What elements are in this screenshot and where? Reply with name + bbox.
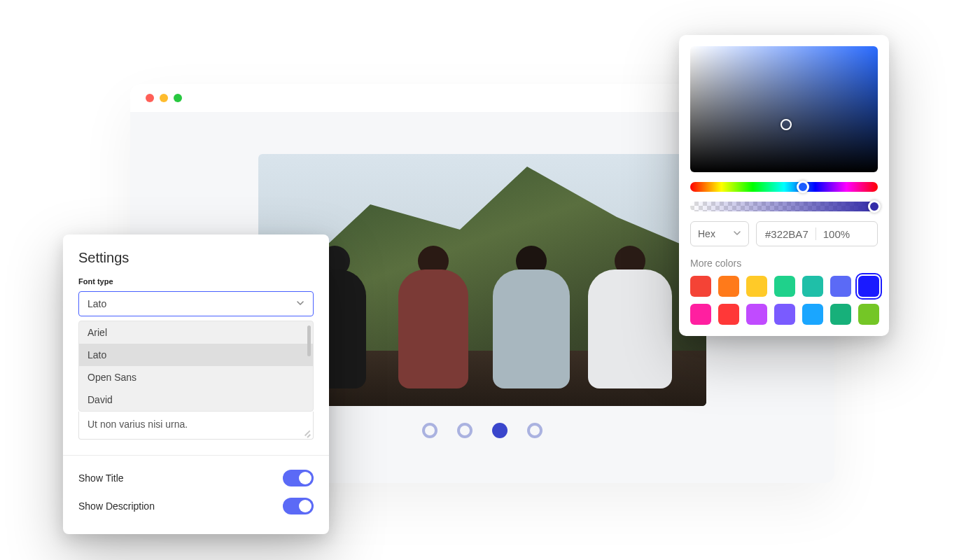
font-option-opensans[interactable]: Open Sans: [79, 366, 313, 388]
hue-slider-handle[interactable]: [797, 181, 809, 193]
more-colors-label: More colors: [690, 258, 878, 269]
carousel-dot-1[interactable]: [422, 423, 438, 438]
separator: [816, 227, 816, 240]
maximize-window-button[interactable]: [174, 94, 182, 102]
carousel-dot-4[interactable]: [527, 423, 542, 438]
color-swatch[interactable]: [718, 304, 739, 325]
font-type-dropdown: Ariel Lato Open Sans David: [78, 321, 314, 412]
swatch-grid: [690, 276, 878, 325]
resize-handle-icon[interactable]: [302, 428, 310, 436]
description-textarea[interactable]: Ut non varius nisi urna.: [78, 412, 314, 440]
color-swatch[interactable]: [830, 304, 851, 325]
alpha-slider-handle[interactable]: [868, 200, 881, 213]
color-swatch[interactable]: [746, 276, 767, 297]
color-swatch[interactable]: [858, 276, 879, 297]
carousel-dot-2[interactable]: [457, 423, 472, 438]
settings-title: Settings: [78, 250, 314, 266]
color-hex-input[interactable]: #322BA7 100%: [756, 221, 878, 246]
chevron-down-icon: [733, 228, 741, 239]
color-swatch[interactable]: [690, 304, 711, 325]
alpha-slider[interactable]: [690, 202, 878, 211]
show-title-label: Show Title: [78, 472, 124, 484]
color-swatch[interactable]: [830, 276, 851, 297]
person-silhouette: [489, 246, 573, 386]
color-sv-handle[interactable]: [780, 119, 792, 130]
color-format-value: Hex: [698, 228, 715, 239]
color-swatch[interactable]: [774, 304, 795, 325]
color-swatch[interactable]: [802, 276, 823, 297]
settings-panel: Settings Font type Lato Ariel Lato Open …: [63, 234, 329, 534]
carousel-dot-3[interactable]: [492, 423, 507, 438]
person-silhouette: [391, 246, 475, 386]
show-title-toggle[interactable]: [283, 470, 314, 486]
carousel-dots: [422, 423, 542, 438]
dropdown-scrollbar[interactable]: [307, 326, 311, 356]
font-type-value: Lato: [88, 298, 106, 309]
color-swatch[interactable]: [858, 304, 879, 325]
color-hex-value: #322BA7: [765, 228, 808, 240]
color-swatch[interactable]: [802, 304, 823, 325]
color-format-select[interactable]: Hex: [690, 221, 749, 246]
color-saturation-canvas[interactable]: [690, 46, 878, 172]
show-description-label: Show Description: [78, 500, 155, 512]
chevron-down-icon: [296, 298, 304, 309]
color-swatch[interactable]: [774, 276, 795, 297]
divider: [63, 455, 329, 456]
font-option-ariel[interactable]: Ariel: [79, 321, 313, 344]
color-opacity-value: 100%: [823, 228, 850, 240]
font-option-lato[interactable]: Lato: [79, 344, 313, 366]
color-swatch[interactable]: [690, 276, 711, 297]
color-swatch[interactable]: [718, 276, 739, 297]
close-window-button[interactable]: [146, 94, 154, 102]
show-description-toggle[interactable]: [283, 498, 314, 514]
font-option-david[interactable]: David: [79, 388, 313, 411]
color-picker-panel: Hex #322BA7 100% More colors: [679, 35, 889, 336]
font-type-select[interactable]: Lato: [78, 291, 314, 316]
hue-slider[interactable]: [690, 182, 878, 192]
minimize-window-button[interactable]: [160, 94, 168, 102]
person-silhouette: [588, 246, 672, 386]
description-text: Ut non varius nisi urna.: [88, 419, 188, 430]
font-type-label: Font type: [78, 277, 314, 286]
color-swatch[interactable]: [746, 304, 767, 325]
